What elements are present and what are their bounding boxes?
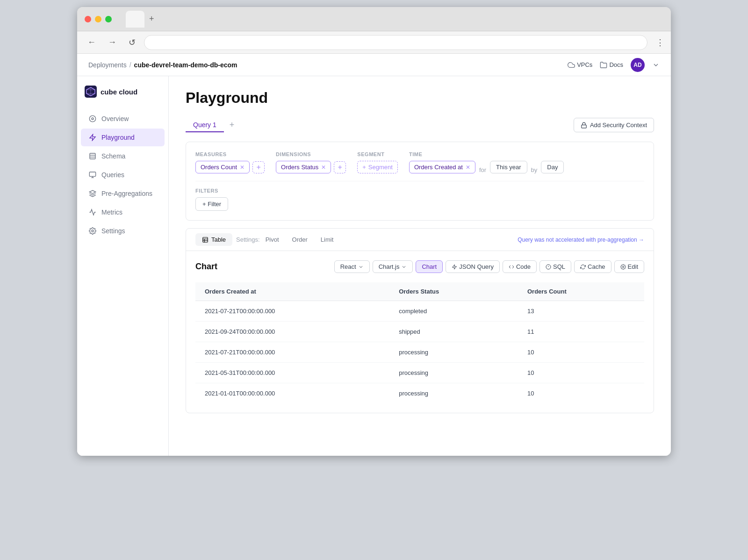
sidebar-item-settings[interactable]: Settings	[81, 222, 165, 240]
table-row: 2021-07-21T00:00:00.000 processing 10	[195, 342, 644, 363]
filter-add-button[interactable]: + Filter	[195, 197, 228, 211]
measures-section: MEASURES Orders Count ✕ +	[195, 151, 265, 173]
sidebar-item-queries[interactable]: Queries	[81, 166, 165, 184]
svg-marker-20	[453, 265, 457, 269]
view-cache-button[interactable]: Cache	[574, 260, 611, 273]
query-tab-add[interactable]: +	[226, 118, 238, 132]
time-section: TIME Orders Created at ✕ for This year b…	[409, 151, 564, 173]
segment-label: SEGMENT	[357, 151, 398, 157]
time-field-remove[interactable]: ✕	[466, 164, 470, 171]
view-sql-button[interactable]: SQL	[539, 260, 571, 273]
traffic-lights	[85, 16, 112, 22]
dimension-add-button[interactable]: +	[334, 161, 346, 173]
view-sql-label: SQL	[553, 263, 565, 270]
svg-marker-7	[90, 134, 95, 140]
address-bar[interactable]	[144, 35, 647, 50]
query-tab-1[interactable]: Query 1	[186, 118, 224, 132]
time-controls: Orders Created at ✕ for This year by Day	[409, 161, 564, 173]
results-tab-table[interactable]: Table	[195, 233, 232, 246]
library-select[interactable]: Chart.js	[373, 260, 413, 273]
tab-add-button[interactable]: +	[149, 14, 154, 24]
menu-button[interactable]: ⋮	[656, 37, 664, 48]
chart-header: Chart React Chart.js Chart	[195, 260, 644, 273]
cell-status: processing	[389, 383, 518, 404]
framework-select[interactable]: React	[334, 260, 370, 273]
table-row: 2021-05-31T00:00:00.000 processing 10	[195, 363, 644, 383]
sidebar-item-pre-aggregations[interactable]: Pre-Aggregations	[81, 185, 165, 202]
time-field-tag[interactable]: Orders Created at ✕	[409, 161, 475, 173]
time-grain-select[interactable]: Day	[541, 161, 564, 173]
measure-tag-remove[interactable]: ✕	[240, 164, 245, 171]
view-code-button[interactable]: Code	[503, 260, 537, 273]
breadcrumb-deployments[interactable]: Deployments	[88, 61, 127, 69]
table-row: 2021-07-21T00:00:00.000 completed 13	[195, 301, 644, 322]
chart-title: Chart	[195, 262, 217, 272]
docs-button[interactable]: Docs	[600, 61, 623, 69]
minimize-button[interactable]	[95, 16, 101, 22]
cell-created-at: 2021-05-31T00:00:00.000	[195, 363, 389, 383]
sidebar-item-schema[interactable]: Schema	[81, 147, 165, 165]
main-content: Playground Query 1 + Add Security Contex…	[169, 76, 671, 456]
docs-label: Docs	[609, 61, 623, 68]
sidebar: cube cloud Overview Playground	[77, 76, 169, 456]
dimension-tag-orders-status[interactable]: Orders Status ✕	[276, 161, 331, 173]
table-body: 2021-07-21T00:00:00.000 completed 13 202…	[195, 301, 644, 404]
chevron-down-icon	[358, 264, 364, 270]
cell-count: 10	[518, 383, 644, 404]
sidebar-label-overview: Overview	[101, 115, 129, 122]
not-accelerated-link[interactable]: Query was not accelerated with pre-aggre…	[518, 237, 644, 243]
cube-logo-icon	[85, 86, 97, 98]
sidebar-label-pre-aggregations: Pre-Aggregations	[101, 190, 152, 197]
view-json-button[interactable]: JSON Query	[446, 260, 500, 273]
filters-label: FILTERS	[195, 188, 644, 194]
app-header: Deployments / cube-devrel-team-demo-db-e…	[77, 54, 671, 76]
breadcrumb: Deployments / cube-devrel-team-demo-db-e…	[88, 61, 237, 69]
segment-add-button[interactable]: + Segment	[357, 161, 398, 173]
sidebar-logo: cube cloud	[77, 86, 168, 109]
vpcs-button[interactable]: VPCs	[568, 61, 592, 69]
cloud-icon	[568, 61, 575, 69]
add-security-context-button[interactable]: Add Security Context	[574, 118, 654, 132]
forward-button[interactable]: →	[104, 36, 120, 49]
cell-count: 10	[518, 363, 644, 383]
view-edit-label: Edit	[628, 263, 638, 270]
sidebar-item-playground[interactable]: Playground	[81, 129, 165, 146]
order-tab[interactable]: Order	[287, 233, 313, 246]
svg-point-24	[622, 266, 624, 267]
measures-label: MEASURES	[195, 151, 265, 157]
framework-label: React	[340, 263, 356, 270]
sidebar-label-metrics: Metrics	[101, 208, 122, 216]
pivot-tab[interactable]: Pivot	[260, 233, 285, 246]
browser-tab[interactable]	[126, 11, 144, 28]
add-security-context-label: Add Security Context	[590, 122, 647, 129]
view-edit-button[interactable]: Edit	[614, 260, 644, 273]
table-row: 2021-09-24T00:00:00.000 shipped 11	[195, 322, 644, 342]
edit-icon	[620, 264, 626, 270]
query-tabs: Query 1 +	[186, 118, 238, 132]
sidebar-item-overview[interactable]: Overview	[81, 110, 165, 128]
browser-tabs: +	[126, 11, 663, 28]
sidebar-nav: Overview Playground Schema	[77, 110, 168, 240]
chart-section: Chart React Chart.js Chart	[186, 251, 654, 413]
back-button[interactable]: ←	[84, 36, 100, 49]
dimension-tag-remove[interactable]: ✕	[321, 164, 326, 171]
breadcrumb-current: cube-devrel-team-demo-db-ecom	[134, 61, 237, 69]
view-chart-button[interactable]: Chart	[416, 260, 443, 273]
maximize-button[interactable]	[105, 16, 112, 22]
results-tabs-group: Table Settings: Pivot Order Limit	[195, 233, 339, 246]
browser-titlebar: +	[77, 7, 671, 31]
measure-tag-orders-count[interactable]: Orders Count ✕	[195, 161, 250, 173]
avatar[interactable]: AD	[631, 58, 645, 72]
sidebar-item-metrics[interactable]: Metrics	[81, 203, 165, 221]
close-button[interactable]	[85, 16, 91, 22]
queries-icon	[88, 171, 97, 179]
results-tabs: Table	[195, 233, 232, 246]
sidebar-label-settings: Settings	[101, 227, 125, 235]
limit-tab[interactable]: Limit	[315, 233, 339, 246]
time-value-select[interactable]: This year	[490, 161, 527, 173]
measures-tags: Orders Count ✕ +	[195, 161, 265, 173]
refresh-button[interactable]: ↺	[125, 36, 139, 50]
measure-add-button[interactable]: +	[252, 161, 265, 173]
table-row: 2021-01-01T00:00:00.000 processing 10	[195, 383, 644, 404]
cell-status: completed	[389, 301, 518, 322]
